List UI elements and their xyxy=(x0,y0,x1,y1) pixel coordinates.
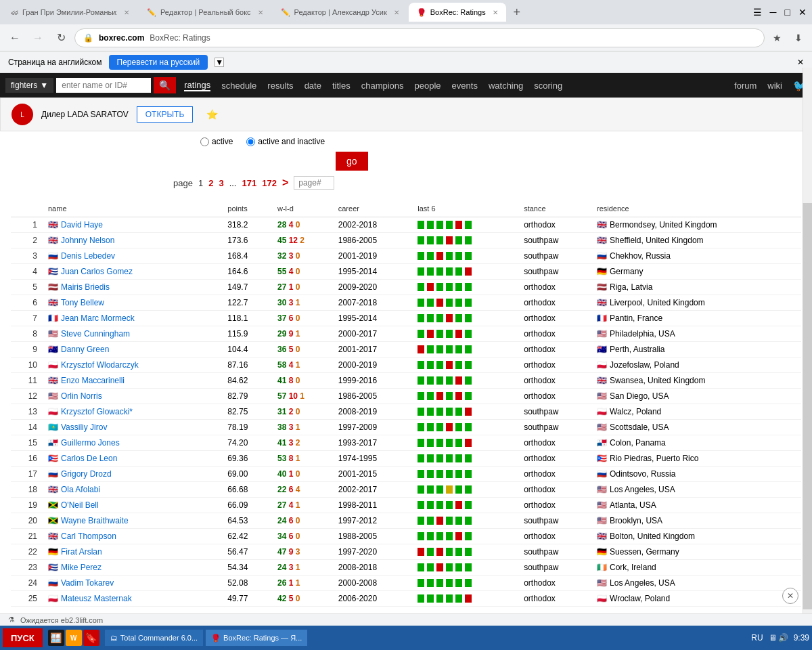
nav-link-results[interactable]: results xyxy=(267,81,293,91)
fighter-name-link[interactable]: Denis Lebedev xyxy=(61,251,115,261)
page-input[interactable] xyxy=(294,176,334,190)
last6-bars xyxy=(418,330,513,338)
nav-link-date[interactable]: date xyxy=(304,81,321,91)
nav-link-ratings[interactable]: ratings xyxy=(184,80,210,91)
fighter-name-link[interactable]: Vadim Tokarev xyxy=(61,578,114,588)
start-button[interactable]: ПУСК xyxy=(3,628,43,647)
tab-3[interactable]: ✏️ Редактор | Александр Усик ✕ xyxy=(273,3,407,22)
fighter-name-link[interactable]: Tony Bellew xyxy=(61,298,104,307)
new-tab-button[interactable]: + xyxy=(508,3,526,22)
fighter-name-link[interactable]: Grigory Drozd xyxy=(61,469,112,479)
fighter-name-link[interactable]: David Haye xyxy=(61,220,103,230)
fighter-name-link[interactable]: Wayne Braithwaite xyxy=(61,516,129,525)
fighter-name-link[interactable]: Mike Perez xyxy=(61,563,102,572)
address-bar[interactable]: 🔒 boxrec.com BoxRec: Ratings xyxy=(74,28,765,47)
page-172-link[interactable]: 172 xyxy=(262,178,277,188)
scrollbar[interactable] xyxy=(803,68,812,626)
last6-bars xyxy=(418,299,513,307)
taskbar-windows-icon[interactable]: 🪟 xyxy=(48,630,64,646)
fighter-name-link[interactable]: Johnny Nelson xyxy=(61,236,114,245)
close-btn[interactable]: ✕ xyxy=(796,7,809,18)
download-icon[interactable]: ⬇ xyxy=(790,30,807,46)
cell-stance: southpaw xyxy=(518,560,591,576)
fighter-name-link[interactable]: Carlos De Leon xyxy=(61,454,117,463)
taskbar-icon-2[interactable]: W xyxy=(66,630,82,646)
nav-link-people[interactable]: people xyxy=(415,81,441,91)
result-bar xyxy=(427,454,434,462)
nav-link-scoring[interactable]: scoring xyxy=(534,81,562,91)
fighter-name-link[interactable]: Enzo Maccarinelli xyxy=(61,376,125,385)
fighter-name-link[interactable]: Orlin Norris xyxy=(61,391,102,401)
translate-button[interactable]: Перевести на русский xyxy=(109,55,208,70)
reload-button[interactable]: ↻ xyxy=(51,28,70,47)
go-button[interactable]: go xyxy=(336,152,368,171)
fighter-name-link[interactable]: Firat Arslan xyxy=(61,547,102,557)
tab-2[interactable]: ✏️ Редактор | Реальный бокс ✕ xyxy=(139,3,271,22)
favorite-icon[interactable]: ⭐ xyxy=(206,109,218,120)
search-button[interactable]: 🔍 xyxy=(154,77,176,93)
radio-active[interactable]: active xyxy=(200,137,233,146)
fighter-name-link[interactable]: Guillermo Jones xyxy=(61,438,120,448)
minimize-btn[interactable]: ─ xyxy=(767,7,780,18)
nav-link-wiki[interactable]: wiki xyxy=(767,81,782,91)
fighter-name-link[interactable]: Ola Afolabi xyxy=(61,485,100,494)
nav-link-events[interactable]: events xyxy=(452,81,478,91)
nav-link-titles[interactable]: titles xyxy=(332,81,351,91)
tab-3-close[interactable]: ✕ xyxy=(394,9,399,16)
radio-active-input[interactable] xyxy=(200,137,209,146)
fighter-name-link[interactable]: O'Neil Bell xyxy=(61,500,99,510)
nav-link-forum[interactable]: forum xyxy=(734,81,757,91)
result-bar xyxy=(455,579,462,587)
restore-btn[interactable]: □ xyxy=(782,7,793,18)
bookmark-icon[interactable]: ★ xyxy=(769,30,785,46)
cell-spacer xyxy=(205,435,223,451)
tab-4[interactable]: 🥊 BoxRec: Ratings ✕ xyxy=(409,3,506,22)
forward-button[interactable]: → xyxy=(28,28,47,47)
back-button[interactable]: ← xyxy=(5,28,24,47)
taskbar-item-2[interactable]: 🥊 BoxRec: Ratings — Я... xyxy=(206,630,307,646)
tab-1[interactable]: 🏎 Гран При Эмилии-Романьи: ✕ xyxy=(3,3,137,22)
taskbar-item-1[interactable]: 🗂 Total Commander 6.0... xyxy=(105,630,203,646)
cell-wld: 30 3 1 xyxy=(272,295,333,311)
nav-link-schedule[interactable]: schedule xyxy=(221,81,256,91)
fighter-name-link[interactable]: Jean Marc Mormeck xyxy=(61,313,135,323)
losses: 12 xyxy=(286,236,300,245)
fighter-name-link[interactable]: Vassiliy Jirov xyxy=(61,422,107,432)
tab-1-close[interactable]: ✕ xyxy=(124,9,129,16)
cell-points: 62.42 xyxy=(222,529,272,544)
menu-icon[interactable]: ☰ xyxy=(750,7,765,18)
scroll-thumb[interactable] xyxy=(803,203,812,609)
page-171-link[interactable]: 171 xyxy=(242,178,256,188)
fighter-name-link[interactable]: Carl Thompson xyxy=(61,532,116,541)
fighter-name-link[interactable]: Krzysztof Glowacki* xyxy=(61,407,133,416)
result-bar xyxy=(427,236,434,244)
page-3-link[interactable]: 3 xyxy=(219,178,223,188)
fighter-name-link[interactable]: Krzysztof Wlodarczyk xyxy=(61,360,139,370)
table-row: 15🇵🇦Guillermo Jones74.2041 3 21993-2017o… xyxy=(11,435,801,451)
radio-active-inactive[interactable]: active and inactive xyxy=(246,137,325,146)
fighter-name-link[interactable]: Steve Cunningham xyxy=(61,329,130,339)
translate-dropdown[interactable]: ▼ xyxy=(215,58,224,67)
search-input[interactable] xyxy=(56,78,151,93)
fighter-name-link[interactable]: Juan Carlos Gomez xyxy=(61,267,133,276)
ad-banner: L Дилер LADA SARATOV ОТКРЫТЬ ⭐ xyxy=(0,98,812,131)
radio-active-inactive-input[interactable] xyxy=(246,137,255,146)
tab-4-close[interactable]: ✕ xyxy=(493,9,498,16)
search-type-dropdown[interactable]: fighters ▼ xyxy=(5,78,53,93)
page-next[interactable]: > xyxy=(282,177,288,189)
nav-link-champions[interactable]: champions xyxy=(361,81,404,91)
nav-link-watching[interactable]: watching xyxy=(489,81,523,91)
fighter-name-link[interactable]: Danny Green xyxy=(61,345,109,354)
cell-spacer xyxy=(205,326,223,342)
ad-button[interactable]: ОТКРЫТЬ xyxy=(137,106,194,123)
fighter-name-link[interactable]: Mairis Briedis xyxy=(61,282,110,292)
page-2-link[interactable]: 2 xyxy=(208,178,213,188)
ad-close-button[interactable]: ✕ xyxy=(782,588,798,604)
translate-close[interactable]: ✕ xyxy=(797,58,804,67)
tab-2-close[interactable]: ✕ xyxy=(258,9,263,16)
cell-name: 🇷🇺Grigory Drozd xyxy=(43,467,205,482)
cell-rank: 2 xyxy=(11,233,43,248)
flag-icon: 🇦🇺 xyxy=(48,345,58,354)
taskbar-icon-3[interactable]: 🔖 xyxy=(83,630,99,646)
fighter-name-link[interactable]: Mateusz Masternak xyxy=(61,594,132,603)
